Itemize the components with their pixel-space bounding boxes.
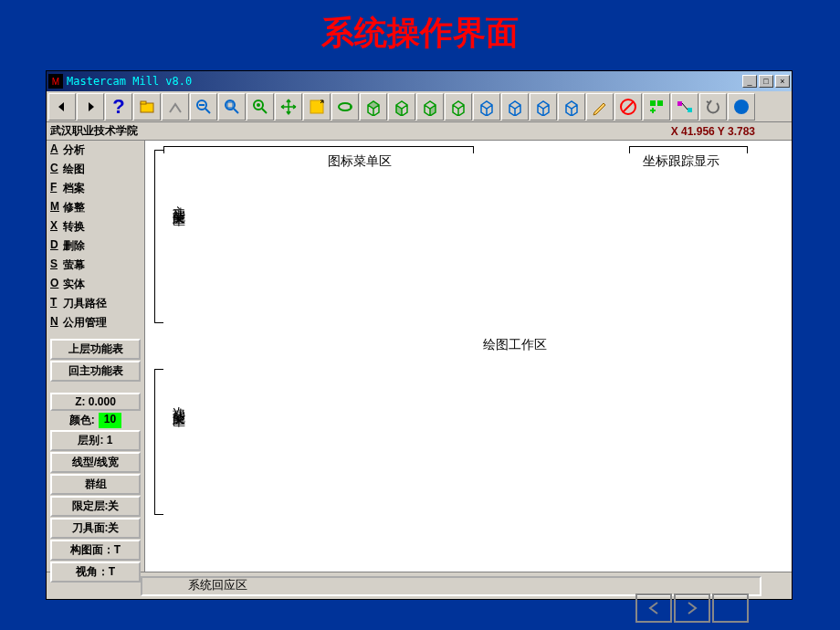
menu-item-X[interactable]: X转换	[47, 217, 144, 236]
bracket-icon	[154, 369, 163, 515]
svg-point-19	[734, 100, 749, 114]
view-setting[interactable]: 视角：T	[50, 562, 141, 583]
window-controls: _ □ ×	[740, 75, 790, 88]
zoom-window-button[interactable]	[303, 93, 331, 121]
menu-item-C[interactable]: C绘图	[47, 160, 144, 179]
window-title: Mastercam Mill v8.0	[67, 75, 740, 88]
svg-rect-17	[677, 101, 682, 106]
bracket-icon	[163, 146, 474, 153]
linetype-setting[interactable]: 线型/线宽	[50, 452, 141, 473]
menu-item-S[interactable]: S萤幕	[47, 256, 144, 275]
nav-back-button[interactable]	[48, 93, 76, 121]
bracket-icon	[154, 150, 163, 323]
menu-item-O[interactable]: O实体	[47, 275, 144, 294]
z-setting[interactable]: Z: 0.000	[50, 393, 141, 411]
pencil-button[interactable]	[586, 93, 614, 121]
run-button[interactable]	[728, 93, 755, 121]
view-top-button[interactable]	[360, 93, 387, 121]
menu-item-F[interactable]: F档案	[47, 179, 144, 198]
view-iso-button[interactable]	[445, 93, 472, 121]
app-window: M Mastercam Mill v8.0 _ □ × ?	[46, 70, 793, 600]
menu-item-D[interactable]: D删除	[47, 236, 144, 256]
main-menu-annotation: 主功能菜单区	[171, 195, 187, 206]
toolbar: ?	[47, 91, 792, 122]
color-setting[interactable]: 颜色:10	[47, 412, 144, 429]
svg-point-12	[339, 103, 352, 110]
svg-rect-7	[227, 102, 233, 108]
zoom-target-button[interactable]	[247, 93, 274, 121]
menu-item-T[interactable]: T刀具路径	[47, 294, 144, 313]
regen-button[interactable]	[643, 93, 670, 121]
slide-title: 系统操作界面	[0, 0, 840, 63]
nav-forward-button[interactable]	[77, 93, 104, 121]
tool-face-setting[interactable]: 刀具面:关	[50, 518, 141, 539]
coordinate-display: X 41.956 Y 3.783	[671, 125, 792, 138]
analyze-button[interactable]	[162, 93, 189, 121]
svg-point-10	[257, 103, 260, 107]
svg-line-6	[234, 109, 238, 113]
svg-rect-16	[657, 100, 663, 106]
toolbar-annotation: 图标菜单区	[328, 153, 392, 170]
svg-rect-18	[688, 108, 692, 112]
slide-extra-button[interactable]	[712, 593, 749, 623]
svg-rect-15	[650, 100, 656, 106]
open-button[interactable]	[133, 93, 161, 121]
menu-item-N[interactable]: N公用管理	[47, 313, 144, 332]
minimize-button[interactable]: _	[742, 75, 757, 88]
sidebar: A分析C绘图F档案M修整X转换D删除S萤幕O实体T刀具路径N公用管理 上层功能表…	[47, 141, 145, 572]
view-side-button[interactable]	[416, 93, 444, 121]
toolpath-button[interactable]	[671, 93, 698, 121]
maximize-button[interactable]: □	[759, 75, 773, 88]
rotate-button[interactable]	[331, 93, 359, 121]
svg-line-3	[205, 109, 210, 113]
svg-rect-1	[141, 101, 146, 104]
group-setting[interactable]: 群组	[50, 474, 141, 495]
workspace-annotation: 绘图工作区	[483, 337, 547, 353]
slide-nav	[635, 593, 749, 623]
pan-button[interactable]	[275, 93, 302, 121]
view-cube4-button[interactable]	[558, 93, 585, 121]
view-front-button[interactable]	[388, 93, 415, 121]
svg-line-14	[623, 101, 634, 112]
statusbar: 武汉职业技术学院 X 41.956 Y 3.783	[47, 122, 792, 141]
view-cube3-button[interactable]	[530, 93, 557, 121]
layer-setting[interactable]: 层别: 1	[50, 430, 141, 451]
close-button[interactable]: ×	[775, 75, 790, 88]
main-menu: A分析C绘图F档案M修整X转换D删除S萤幕O实体T刀具路径N公用管理	[47, 141, 144, 332]
menu-item-A[interactable]: A分析	[47, 141, 144, 160]
help-button[interactable]: ?	[105, 93, 132, 121]
limit-layer-setting[interactable]: 限定层:关	[50, 496, 141, 517]
construct-plane-setting[interactable]: 构图面：T	[50, 540, 141, 561]
undo-button[interactable]	[699, 93, 727, 121]
main-area: A分析C绘图F档案M修整X转换D删除S萤幕O实体T刀具路径N公用管理 上层功能表…	[47, 141, 792, 572]
menu-item-M[interactable]: M修整	[47, 198, 144, 217]
slide-next-button[interactable]	[674, 593, 710, 623]
drawing-workspace[interactable]: 图标菜单区 坐标跟踪显示 主功能菜单区 次功能菜单区 绘图工作区	[145, 141, 792, 572]
svg-line-9	[262, 109, 267, 113]
bracket-icon	[629, 146, 748, 153]
view-cube2-button[interactable]	[501, 93, 529, 121]
view-cube1-button[interactable]	[473, 93, 500, 121]
coord-annotation: 坐标跟踪显示	[643, 153, 719, 170]
up-menu-button[interactable]: 上层功能表	[50, 339, 141, 360]
slide-prev-button[interactable]	[635, 593, 672, 623]
sub-menu-annotation: 次功能菜单区	[171, 396, 187, 407]
zoom-out-button[interactable]	[190, 93, 217, 121]
home-menu-button[interactable]: 回主功能表	[50, 361, 141, 382]
app-icon: M	[48, 74, 63, 89]
titlebar: M Mastercam Mill v8.0 _ □ ×	[47, 71, 792, 91]
zoom-fit-button[interactable]	[218, 93, 246, 121]
delete-button[interactable]	[614, 93, 642, 121]
status-text: 武汉职业技术学院	[47, 123, 671, 139]
